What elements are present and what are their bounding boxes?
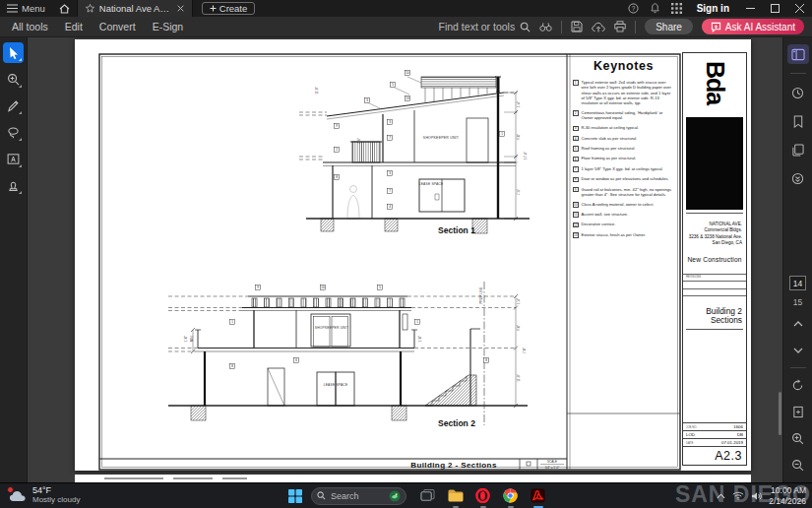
help-icon[interactable]: ? (623, 3, 645, 14)
keynote-marker-number: 5 (379, 286, 381, 289)
create-label: Create (219, 3, 248, 14)
keynote-marker-number: 3 (389, 120, 391, 124)
minimize-button[interactable] (738, 0, 763, 17)
room-label-s2-upper: SHOPKEEPER UNIT (315, 326, 348, 330)
search-icon (520, 22, 531, 32)
vertical-scrollbar[interactable] (779, 392, 781, 435)
keynotes-title: Keynotes (573, 59, 674, 73)
start-button[interactable] (288, 489, 302, 503)
cloud-upload-icon[interactable] (592, 22, 605, 32)
binoculars-search-icon[interactable] (539, 22, 552, 32)
apps-grid-icon[interactable] (666, 3, 688, 14)
keynote-marker-number: 3 (389, 171, 391, 175)
next-page-button[interactable] (787, 341, 809, 360)
current-page-input[interactable]: 14 (789, 276, 806, 290)
lasso-tool[interactable] (3, 122, 24, 143)
keynote-number: 4 (573, 136, 579, 142)
tab-esign[interactable]: E-Sign (146, 19, 191, 34)
document-tab[interactable]: National Ave Arch Dwg... (77, 0, 193, 17)
sign-in-button[interactable]: Sign in (697, 3, 729, 14)
revisions-header: REVISIONS (683, 274, 746, 282)
zoom-loupe-tool[interactable] (3, 69, 24, 90)
volume-icon[interactable] (751, 491, 762, 501)
select-tool[interactable] (3, 42, 24, 63)
save-icon[interactable] (571, 21, 583, 32)
plus-icon (210, 5, 217, 12)
weather-widget[interactable]: 54°F Mostly cloudy (9, 486, 80, 505)
seal-chevrons-icon[interactable] (787, 168, 809, 188)
dimension-label: 1'-4" (517, 101, 521, 107)
notifications-bell-icon[interactable] (645, 3, 666, 14)
keynote-marker-number: 13 (406, 96, 409, 100)
keynote-row: 71 layer 5/8" Type X gyp. bd. at ceiling… (573, 166, 674, 172)
pencil-annotate-tool[interactable] (3, 95, 24, 116)
keynote-marker-number: 1 (501, 132, 503, 136)
menu-button[interactable]: Menu (0, 0, 52, 17)
keynotes-panel: Keynotes 1Typical exterior wall: 2x4 stu… (568, 54, 679, 413)
bookmarks-icon[interactable] (787, 111, 809, 131)
taskbar-apps (419, 483, 546, 508)
room-label-s1-upper: SHOPKEEPER UNIT (423, 136, 460, 140)
keynote-text: Accent wall, see structure. (582, 212, 629, 218)
zoom-in-button[interactable] (787, 428, 809, 448)
restore-button[interactable] (763, 0, 787, 17)
keynote-number: 12 (573, 222, 579, 228)
keynote-row: 4Concrete slab as per structural. (573, 136, 674, 142)
revisions-table: REVISIONS (683, 274, 746, 303)
find-tools-button[interactable]: Find text or tools (439, 21, 531, 32)
chrome-browser-icon[interactable] (502, 487, 519, 504)
search-icon (317, 491, 326, 500)
keynote-marker-number: 10 (406, 71, 409, 75)
ask-ai-assistant-button[interactable]: Ask AI Assistant (702, 19, 804, 34)
close-button[interactable] (787, 0, 812, 17)
history-clock-icon[interactable] (787, 83, 809, 102)
windows-taskbar: 54°F Mostly cloudy Search (0, 482, 812, 508)
right-panel-rail: 14 15 (782, 37, 812, 482)
stamp-tool[interactable] (3, 175, 24, 196)
rotate-page-button[interactable] (787, 375, 809, 395)
find-label: Find text or tools (439, 21, 516, 32)
revision-row (683, 288, 746, 296)
date-label: DATE (686, 441, 693, 445)
job-number-row: JOB NO. 1606 (683, 422, 746, 430)
keynote-marker-number: 9 (336, 124, 338, 128)
print-icon[interactable] (614, 21, 626, 32)
keynote-row: 2Cementitious horizontal siding, 'Hardip… (573, 110, 674, 121)
share-button[interactable]: Share (645, 19, 693, 34)
keynote-number: 6 (573, 157, 579, 162)
copy-pages-icon[interactable] (787, 140, 809, 159)
fit-page-button[interactable] (787, 402, 809, 421)
tab-convert[interactable]: Convert (93, 19, 143, 34)
tray-chevron-up-icon[interactable] (717, 493, 725, 499)
create-button[interactable]: Create (202, 2, 256, 15)
keynote-text: Guard rail at balconies, min. 42" high, … (582, 187, 675, 198)
zoom-out-button[interactable] (787, 455, 809, 475)
keynote-row: 9Guard rail at balconies, min. 42" high,… (573, 187, 674, 198)
checked-by: DB (737, 432, 743, 437)
dimension-label: PROP. LINE (479, 287, 483, 304)
logo-black-box (686, 117, 743, 210)
task-view-icon[interactable] (419, 487, 436, 504)
dimension-label: 7'-6" (517, 189, 521, 195)
drawn-by: LOD (686, 432, 695, 437)
opera-browser-icon[interactable] (474, 487, 491, 504)
document-viewport[interactable]: Building 2 - Sections SCALE 1/4" = 1'-0" (29, 37, 781, 482)
home-button[interactable] (52, 0, 77, 17)
add-text-tool[interactable] (3, 149, 24, 169)
previous-page-button[interactable] (787, 314, 809, 334)
page-thumbnails-panel-button[interactable] (787, 44, 809, 64)
keynote-marker-number: 8 (231, 364, 233, 368)
tab-edit[interactable]: Edit (58, 19, 90, 34)
keynote-row: 1Typical exterior wall: 2x4 studs with s… (573, 80, 674, 106)
section-1-drawing (299, 77, 530, 233)
taskbar-clock[interactable]: 10:00 AM 2/14/2026 (769, 485, 806, 505)
keynote-row: 6Floor framing as per structural. (573, 156, 674, 161)
tab-close-icon[interactable] (177, 5, 184, 12)
keynote-marker-number: 10 (321, 286, 325, 289)
taskbar-search-input[interactable]: Search (311, 487, 406, 505)
acrobat-icon[interactable] (530, 487, 546, 504)
file-explorer-icon[interactable] (447, 487, 464, 504)
tab-all-tools[interactable]: All tools (5, 19, 55, 34)
wifi-icon[interactable] (732, 491, 744, 500)
keynote-row: 12Decorative cornice. (573, 222, 674, 227)
